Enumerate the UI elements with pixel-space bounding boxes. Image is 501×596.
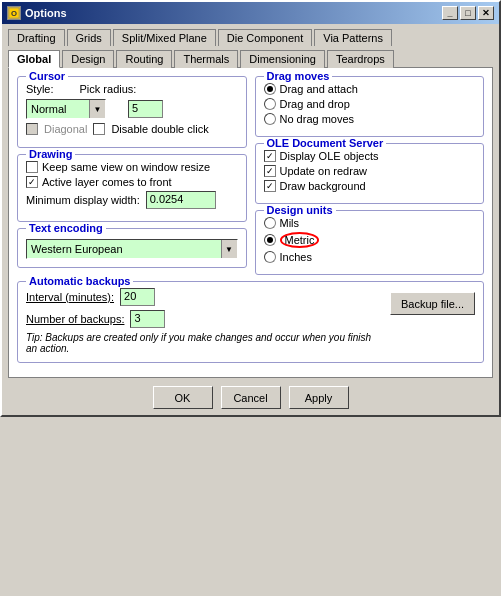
backups-title: Automatic backups bbox=[26, 275, 133, 287]
text-encoding-title: Text encoding bbox=[26, 222, 106, 234]
number-backups-row: Number of backups: 3 bbox=[26, 310, 382, 328]
mils-row: Mils bbox=[264, 217, 476, 229]
active-layer-checkbox[interactable] bbox=[26, 176, 38, 188]
cursor-fields-row: Normal ▼ 5 bbox=[26, 99, 238, 119]
diagonal-label: Diagonal bbox=[44, 123, 87, 135]
display-ole-label: Display OLE objects bbox=[280, 150, 379, 162]
interval-input[interactable]: 20 bbox=[120, 288, 155, 306]
tab-thermals[interactable]: Thermals bbox=[174, 50, 238, 68]
metric-row: Metric bbox=[264, 232, 476, 248]
min-display-input[interactable]: 0.0254 bbox=[146, 191, 216, 209]
drag-drop-label: Drag and drop bbox=[280, 98, 350, 110]
tab-split-mixed-plane[interactable]: Split/Mixed Plane bbox=[113, 29, 216, 46]
tab-die-component[interactable]: Die Component bbox=[218, 29, 312, 46]
drag-drop-row: Drag and drop bbox=[264, 98, 476, 110]
metric-label: Metric bbox=[280, 232, 320, 248]
backup-file-button[interactable]: Backup file... bbox=[390, 292, 475, 315]
cursor-checkbox-row: Diagonal Disable double click bbox=[26, 123, 238, 135]
diagonal-checkbox[interactable] bbox=[26, 123, 38, 135]
drag-moves-group: Drag moves Drag and attach Drag and drop… bbox=[255, 76, 485, 137]
ole-group: OLE Document Server Display OLE objects … bbox=[255, 143, 485, 204]
cursor-group: Cursor Style: Pick radius: Normal ▼ 5 bbox=[17, 76, 247, 148]
interval-label: Interval (minutes): bbox=[26, 291, 114, 303]
keep-same-view-label: Keep same view on window resize bbox=[42, 161, 210, 173]
inches-row: Inches bbox=[264, 251, 476, 263]
text-encoding-select[interactable]: Western European ▼ bbox=[26, 239, 238, 259]
cursor-group-title: Cursor bbox=[26, 70, 68, 82]
maximize-button[interactable]: □ bbox=[460, 6, 476, 20]
update-redraw-row: Update on redraw bbox=[264, 165, 476, 177]
apply-button[interactable]: Apply bbox=[289, 386, 349, 409]
backup-content: Interval (minutes): 20 Number of backups… bbox=[26, 288, 475, 354]
inches-label: Inches bbox=[280, 251, 312, 263]
tab-routing[interactable]: Routing bbox=[116, 50, 172, 68]
tab-panel: Cursor Style: Pick radius: Normal ▼ 5 bbox=[8, 67, 493, 378]
number-backups-label: Number of backups: bbox=[26, 313, 124, 325]
tabs-row2: Global Design Routing Thermals Dimension… bbox=[2, 45, 499, 67]
number-backups-input[interactable]: 3 bbox=[130, 310, 165, 328]
text-encoding-value: Western European bbox=[27, 240, 221, 258]
ok-button[interactable]: OK bbox=[153, 386, 213, 409]
display-ole-checkbox[interactable] bbox=[264, 150, 276, 162]
metric-radio[interactable] bbox=[264, 234, 276, 246]
tab-via-patterns[interactable]: Via Patterns bbox=[314, 29, 392, 46]
pick-radius-input[interactable]: 5 bbox=[128, 100, 163, 118]
tabs-row1: Drafting Grids Split/Mixed Plane Die Com… bbox=[2, 24, 499, 45]
cursor-style-value: Normal bbox=[27, 100, 89, 118]
pick-radius-label: Pick radius: bbox=[80, 83, 137, 95]
mils-label: Mils bbox=[280, 217, 300, 229]
draw-background-checkbox[interactable] bbox=[264, 180, 276, 192]
drag-attach-label: Drag and attach bbox=[280, 83, 358, 95]
backup-left: Interval (minutes): 20 Number of backups… bbox=[26, 288, 382, 354]
min-display-label: Minimum display width: bbox=[26, 194, 140, 206]
inches-radio[interactable] bbox=[264, 251, 276, 263]
design-units-group: Design units Mils Metric Inches bbox=[255, 210, 485, 275]
mils-radio[interactable] bbox=[264, 217, 276, 229]
ole-title: OLE Document Server bbox=[264, 137, 387, 149]
active-layer-row: Active layer comes to front bbox=[26, 176, 238, 188]
tab-design[interactable]: Design bbox=[62, 50, 114, 68]
text-encoding-select-row: Western European ▼ bbox=[26, 239, 238, 259]
drawing-group-title: Drawing bbox=[26, 148, 75, 160]
drag-moves-title: Drag moves bbox=[264, 70, 333, 82]
tab-drafting[interactable]: Drafting bbox=[8, 29, 65, 46]
backup-right: Backup file... bbox=[390, 288, 475, 315]
tab-dimensioning[interactable]: Dimensioning bbox=[240, 50, 325, 68]
keep-same-view-checkbox[interactable] bbox=[26, 161, 38, 173]
cursor-style-arrow[interactable]: ▼ bbox=[89, 100, 105, 118]
minimize-button[interactable]: _ bbox=[442, 6, 458, 20]
draw-background-label: Draw background bbox=[280, 180, 366, 192]
text-encoding-arrow[interactable]: ▼ bbox=[221, 240, 237, 258]
min-display-row: Minimum display width: 0.0254 bbox=[26, 191, 238, 209]
svg-text:O: O bbox=[11, 9, 17, 18]
drawing-group: Drawing Keep same view on window resize … bbox=[17, 154, 247, 222]
close-button[interactable]: ✕ bbox=[478, 6, 494, 20]
drag-drop-radio[interactable] bbox=[264, 98, 276, 110]
drag-attach-radio[interactable] bbox=[264, 83, 276, 95]
title-buttons: _ □ ✕ bbox=[442, 6, 494, 20]
tab-grids[interactable]: Grids bbox=[67, 29, 111, 46]
cursor-style-row: Style: Pick radius: bbox=[26, 83, 238, 95]
cursor-style-select[interactable]: Normal ▼ bbox=[26, 99, 106, 119]
disable-double-click-checkbox[interactable] bbox=[93, 123, 105, 135]
title-bar: O Options _ □ ✕ bbox=[2, 2, 499, 24]
right-column: Drag moves Drag and attach Drag and drop… bbox=[255, 76, 485, 281]
no-drag-radio[interactable] bbox=[264, 113, 276, 125]
tab-teardrops[interactable]: Teardrops bbox=[327, 50, 394, 68]
cancel-button[interactable]: Cancel bbox=[221, 386, 281, 409]
display-ole-row: Display OLE objects bbox=[264, 150, 476, 162]
active-layer-label: Active layer comes to front bbox=[42, 176, 172, 188]
keep-same-view-row: Keep same view on window resize bbox=[26, 161, 238, 173]
no-drag-label: No drag moves bbox=[280, 113, 355, 125]
bottom-bar: OK Cancel Apply bbox=[2, 378, 499, 415]
cursor-style-label: Style: bbox=[26, 83, 54, 95]
text-encoding-group: Text encoding Western European ▼ bbox=[17, 228, 247, 268]
window-icon: O bbox=[7, 6, 21, 20]
disable-double-click-label: Disable double click bbox=[111, 123, 208, 135]
interval-row: Interval (minutes): 20 bbox=[26, 288, 382, 306]
update-redraw-label: Update on redraw bbox=[280, 165, 367, 177]
tab-global[interactable]: Global bbox=[8, 50, 60, 68]
left-column: Cursor Style: Pick radius: Normal ▼ 5 bbox=[17, 76, 247, 281]
no-drag-row: No drag moves bbox=[264, 113, 476, 125]
update-redraw-checkbox[interactable] bbox=[264, 165, 276, 177]
